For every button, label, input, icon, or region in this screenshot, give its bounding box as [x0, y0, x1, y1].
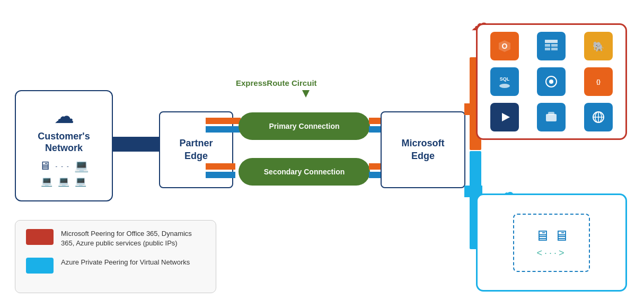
svg-rect-6 [551, 44, 558, 47]
legend-red-box [26, 229, 54, 245]
svg-point-13 [499, 84, 510, 88]
ms-services-box: O 🐘 SQL [476, 23, 627, 140]
vnet-dots-icon: <···> [536, 248, 566, 259]
vnet-monitor-icon: 🖥 [535, 227, 550, 244]
laptop-icon-2: 💻 [58, 175, 69, 187]
azure-sql-icon: SQL [490, 67, 519, 96]
azure-private-box: 🖥 🖥 <···> [476, 193, 627, 292]
hconn-secondary-orange-left [206, 163, 235, 170]
microsoft-edge-label: Microsoft Edge [402, 137, 445, 162]
network-devices: 🖥 - - - 💻 💻 💻 💻 [39, 159, 88, 187]
azure-api-icon: {} [584, 67, 613, 96]
expressroute-arrow [302, 90, 310, 98]
laptop-icon-1: 💻 [41, 175, 52, 187]
connector-customer-partner [113, 137, 160, 152]
svg-rect-7 [545, 48, 550, 50]
svg-rect-8 [551, 48, 558, 50]
azure-table-icon [537, 32, 566, 60]
azure-cosmos-icon [537, 67, 566, 96]
azure-cdn-icon [584, 103, 613, 131]
legend-box: Microsoft Peering for Office 365, Dynami… [15, 220, 216, 293]
vnet-inner-box: 🖥 🖥 <···> [513, 214, 590, 272]
primary-connection-label: Primary Connection [269, 122, 339, 130]
svg-rect-22 [546, 114, 557, 121]
svg-text:SQL: SQL [500, 76, 510, 82]
secondary-connection-label: Secondary Connection [264, 168, 345, 176]
legend-item-azure-private: Azure Private Peering for Virtual Networ… [26, 258, 205, 274]
legend-microsoft-peering-text: Microsoft Peering for Office 365, Dynami… [61, 229, 205, 248]
svg-point-16 [549, 80, 553, 84]
customer-cloud-icon: ☁ [54, 104, 74, 128]
monitor-icon-2: 💻 [74, 159, 89, 173]
primary-connection-pill: Primary Connection [239, 112, 370, 140]
customer-network-label: Customer's Network [38, 131, 90, 154]
vnet-icons-row: 🖥 🖥 [535, 227, 569, 244]
hdinsight-icon: 🐘 [584, 32, 613, 60]
svg-rect-23 [548, 112, 554, 115]
azure-media-icon [490, 103, 519, 131]
svg-text:🐘: 🐘 [593, 41, 605, 52]
monitor-icon-1: 🖥 [39, 159, 51, 173]
laptop-icon-3: 💻 [75, 175, 86, 187]
azure-storage-icon [537, 103, 566, 131]
legend-blue-box [26, 258, 54, 274]
microsoft-edge-box: Microsoft Edge [381, 111, 465, 188]
svg-rect-5 [545, 44, 550, 47]
svg-rect-4 [545, 40, 558, 43]
hconn-primary-blue-left [206, 126, 235, 133]
customer-network-box: ☁ Customer's Network 🖥 - - - 💻 💻 💻 💻 [15, 90, 113, 201]
hconn-secondary-blue-left [206, 172, 235, 178]
legend-item-microsoft-peering: Microsoft Peering for Office 365, Dynami… [26, 229, 205, 248]
partner-edge-label: Partner Edge [179, 137, 213, 162]
diagram-container: ☁ Customer's Network 🖥 - - - 💻 💻 💻 💻 Par… [0, 0, 644, 308]
hconn-primary-orange-left [206, 118, 235, 124]
svg-text:O: O [502, 42, 508, 50]
dot-line: - - - [55, 163, 69, 169]
legend-azure-private-text: Azure Private Peering for Virtual Networ… [61, 258, 190, 267]
expressroute-label: ExpressRoute Circuit [236, 78, 317, 87]
vnet-monitor-icon-2: 🖥 [554, 227, 569, 244]
secondary-connection-pill: Secondary Connection [239, 158, 370, 186]
svg-text:{}: {} [596, 79, 601, 85]
office365-icon: O [490, 32, 519, 60]
